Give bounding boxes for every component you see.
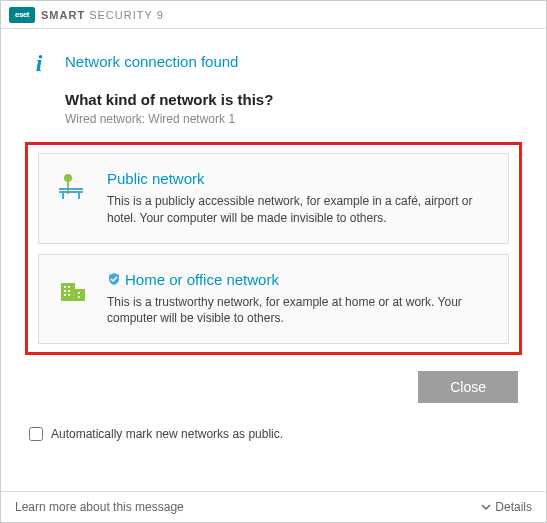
svg-rect-15 bbox=[78, 296, 80, 298]
svg-rect-14 bbox=[78, 292, 80, 294]
svg-rect-3 bbox=[59, 191, 83, 193]
option-home-title: Home or office network bbox=[107, 271, 490, 288]
details-toggle[interactable]: Details bbox=[481, 500, 532, 514]
building-icon bbox=[57, 273, 89, 305]
option-home-network[interactable]: Home or office network This is a trustwo… bbox=[38, 254, 509, 345]
auto-public-label[interactable]: Automatically mark new networks as publi… bbox=[51, 427, 283, 441]
svg-rect-7 bbox=[75, 289, 85, 301]
titlebar: eset SMART SECURITY 9 bbox=[1, 1, 546, 29]
svg-rect-12 bbox=[64, 294, 66, 296]
option-public-network[interactable]: Public network This is a publicly access… bbox=[38, 153, 509, 244]
footer-bar: Learn more about this message Details bbox=[1, 491, 546, 522]
option-public-desc: This is a publicly accessible network, f… bbox=[107, 193, 490, 227]
shield-icon bbox=[107, 272, 121, 286]
svg-rect-4 bbox=[62, 193, 64, 199]
close-button[interactable]: Close bbox=[418, 371, 518, 403]
eset-logo: eset bbox=[9, 7, 35, 23]
svg-rect-10 bbox=[64, 290, 66, 292]
svg-rect-11 bbox=[68, 290, 70, 292]
svg-rect-2 bbox=[59, 188, 83, 190]
product-name: SMART SECURITY 9 bbox=[41, 9, 164, 21]
chevron-down-icon bbox=[481, 502, 491, 512]
option-public-title: Public network bbox=[107, 170, 490, 187]
dialog-title: Network connection found bbox=[65, 53, 238, 70]
options-highlight: Public network This is a publicly access… bbox=[25, 142, 522, 355]
svg-rect-9 bbox=[68, 286, 70, 288]
learn-more-link[interactable]: Learn more about this message bbox=[15, 500, 184, 514]
svg-rect-13 bbox=[68, 294, 70, 296]
prompt-question: What kind of network is this? bbox=[65, 91, 518, 108]
info-icon: i bbox=[29, 53, 49, 73]
option-home-desc: This is a trustworthy network, for examp… bbox=[107, 294, 490, 328]
auto-public-checkbox[interactable] bbox=[29, 427, 43, 441]
network-name-label: Wired network: Wired network 1 bbox=[65, 112, 518, 126]
svg-rect-5 bbox=[78, 193, 80, 199]
svg-rect-8 bbox=[64, 286, 66, 288]
bench-icon bbox=[57, 172, 89, 204]
